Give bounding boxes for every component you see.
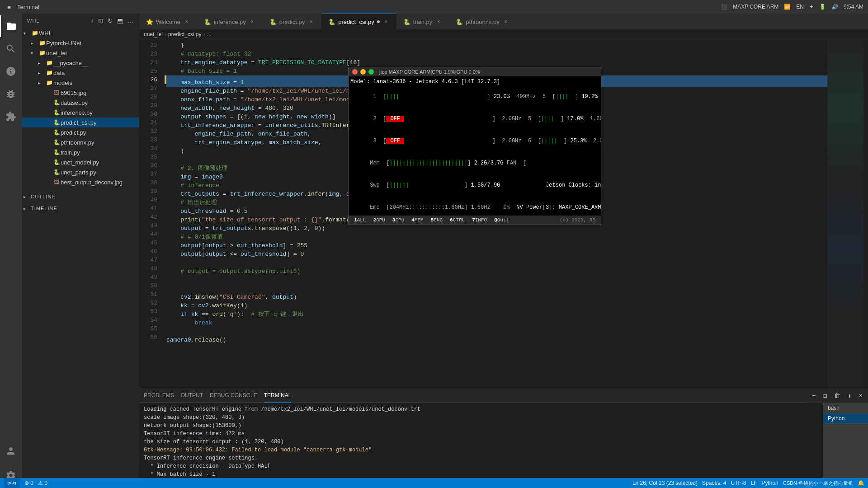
status-encoding[interactable]: UTF-8 [731,480,746,486]
bc-ellipsis[interactable]: ... [207,31,211,38]
sidebar-outline-header[interactable]: ▸ OUTLINE [22,192,139,202]
activity-git[interactable] [0,61,22,82]
close-tab-icon[interactable]: × [307,19,315,25]
sidebar-item-data[interactable]: ▸ 📁 data [22,68,139,78]
jtop-btn-all[interactable]: 1ALL [350,216,369,224]
panel-tab-terminal[interactable]: TERMINAL [264,389,292,403]
sidebar-item-predictpy[interactable]: 🐍 predict.py [22,127,139,137]
folder-label: data [53,70,65,76]
sidebar-item-trainpy[interactable]: 🐍 train.py [22,147,139,157]
sidebar-item-models[interactable]: ▸ 📁 models [22,78,139,88]
status-spaces[interactable]: Spaces: 4 [702,480,726,486]
status-remote[interactable]: ⊳⊲ [4,478,20,488]
jtop-btn-mem[interactable]: 4MEM [408,216,427,224]
code-line-53: if kk == ord('q'): # 按下 q 键，退出 [166,310,827,319]
outline-section: ▸ OUTLINE [22,192,139,202]
bc-unet-lei[interactable]: unet_lei [144,31,163,38]
maximize-panel-icon[interactable]: ⬆ [846,391,853,401]
file-label: predict.py [61,129,86,136]
terminal-line: * Max batch size - 1 [144,470,818,479]
sidebar-item-inferencepy[interactable]: 🐍 inference.py [22,108,139,117]
arrow-icon: ▸ [38,70,45,75]
split-terminal-icon[interactable]: ⊟ [821,391,829,401]
sidebar-timeline-header[interactable]: ▸ TIMELINE [22,203,139,213]
status-language[interactable]: Python [761,480,778,486]
panel-tab-problems[interactable]: PROBLEMS [144,389,174,403]
sidebar-item-whl[interactable]: ▾ 📁 WHL [22,28,139,38]
python-icon: 🐍 [52,129,61,136]
sidebar-item-pycache[interactable]: ▸ 📁 __pycache__ [22,58,139,68]
status-position[interactable]: Ln 26, Col 23 (23 selected) [632,480,698,486]
sidebar-item-pthtoonnxpy[interactable]: 🐍 pthtoonnx.py [22,137,139,147]
code-line-47 [166,258,827,267]
jtop-btn-info[interactable]: 7INFO [468,216,491,224]
terminal-entry-bash[interactable]: bash [823,403,868,413]
panel-body: Loading cached TensorRT engine from /hom… [139,403,868,488]
jtop-min-btn[interactable] [360,69,366,75]
tab-icon: 🐍 [204,19,211,25]
activity-debug[interactable] [0,83,22,105]
tab-icon: 🐍 [269,19,277,25]
tab-welcome[interactable]: ⭐ Welcome × [139,14,197,29]
sidebar-item-unet-partspy[interactable]: 🐍 unet_parts.py [22,167,139,177]
close-tab-icon[interactable]: × [249,19,256,25]
vertical-scrollbar[interactable] [863,39,868,389]
close-tab-icon[interactable]: × [183,19,190,25]
file-label: unet_model.py [61,159,99,166]
new-terminal-icon[interactable]: + [810,391,817,400]
vol-icon: 🔊 [831,4,838,10]
tab-trainpy[interactable]: 🐍 train.py × [396,14,449,29]
collapse-icon[interactable]: ⬒ [117,17,123,24]
new-file-icon[interactable]: + [90,17,94,24]
activity-account[interactable] [0,440,22,462]
jtop-btn-ctrl[interactable]: 6CTRL [446,216,468,224]
code-line-24: trt_engine_datatype = TRT_PRECISION_TO_D… [166,58,827,67]
tab-predict-csipy[interactable]: 🐍 predict_csi.py × [321,14,396,29]
jtop-close-btn[interactable] [352,69,358,75]
image-icon: 🖼 [52,89,61,96]
sidebar-item-pytorch-unet[interactable]: ▸ 📁 Pytorch-UNet [22,38,139,48]
activity-files[interactable] [0,15,22,37]
jtop-btn-quit[interactable]: QQuit [491,216,513,224]
jtop-btn-cpu[interactable]: 3CPU [389,216,408,224]
folder-label: WHL [39,30,52,37]
activity-extensions[interactable] [0,106,22,127]
refresh-icon[interactable]: ↻ [108,17,113,24]
status-eol[interactable]: LF [750,480,757,486]
python-icon: 🐍 [52,149,61,155]
status-warnings[interactable]: ⚠ 0 [38,480,47,486]
terminal-entry-python[interactable]: Python [823,413,868,424]
file-label: 69015.jpg [61,89,86,96]
tab-inferencepy[interactable]: 🐍 inference.py × [197,14,263,29]
trash-icon[interactable]: 🗑 [832,391,842,400]
panel-tab-output[interactable]: OUTPUT [181,389,203,403]
tab-predictpy[interactable]: 🐍 predict.py × [263,14,321,29]
more-icon[interactable]: … [127,17,134,24]
new-folder-icon[interactable]: ⊡ [98,17,104,24]
sidebar-item-unet-lei[interactable]: ▾ 📁 unet_lei [22,48,139,58]
tab-pthtoonnxpy[interactable]: 🐍 pthtoonnx.py × [449,14,516,29]
close-panel-icon[interactable]: × [857,391,864,400]
sidebar-header: WHl + ⊡ ↻ ⬒ … [22,14,139,28]
jtop-swp-row: Swp [|||||| ] 1.5G/7.9G Jetson Clocks: i… [350,174,599,196]
terminal-output[interactable]: Loading cached TensorRT engine from /hom… [139,403,823,488]
panel-tab-debug[interactable]: DEBUG CONSOLE [210,389,257,403]
folder-icon: 📁 [38,40,46,46]
jtop-btn-gpu[interactable]: 2GPU [369,216,388,224]
jtop-btn-eng[interactable]: 5ENG [427,216,446,224]
jtop-max-btn[interactable] [368,69,374,75]
status-errors[interactable]: ⊗ 0 [24,480,33,486]
close-tab-icon[interactable]: × [382,19,390,25]
sidebar-item-predict-csipy[interactable]: 🐍 predict_csi.py [22,117,139,127]
sidebar-item-69015jpg[interactable]: 🖼 69015.jpg [22,88,139,98]
activity-search[interactable] [0,38,22,60]
sidebar-item-datasetpy[interactable]: 🐍 dataset.py [22,98,139,108]
panel-tabs: PROBLEMS OUTPUT DEBUG CONSOLE TERMINAL [139,389,807,403]
close-tab-icon[interactable]: × [502,19,509,25]
sidebar-item-unet-modelpy[interactable]: 🐍 unet_model.py [22,157,139,167]
close-tab-icon[interactable]: × [435,19,442,25]
status-bell-icon[interactable]: 🔔 [858,480,864,486]
python-icon: 🐍 [52,109,61,116]
sidebar-item-best-output[interactable]: 🖼 best_output_deconv.jpg [22,177,139,187]
bc-predict-csipy[interactable]: predict_csi.py [168,31,201,38]
